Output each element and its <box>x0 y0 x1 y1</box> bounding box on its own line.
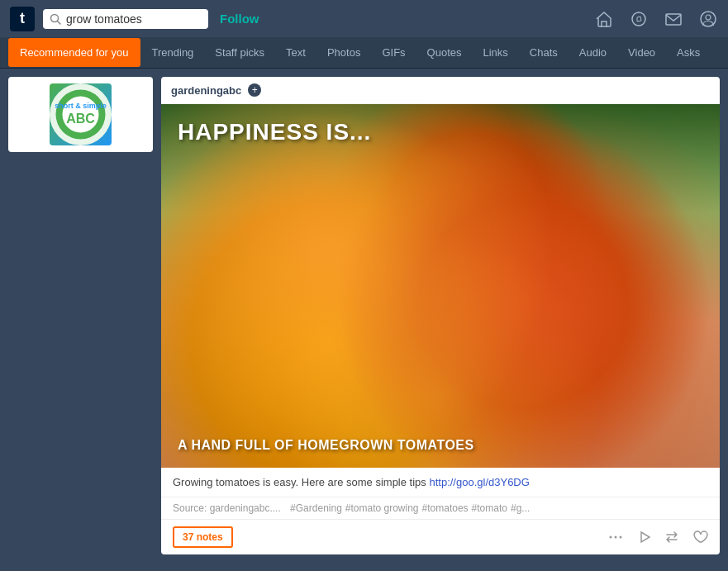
description-text: Growing tomatoes is easy. Here are some … <box>173 476 426 488</box>
footer-actions <box>607 529 708 545</box>
nav-item-recommended[interactable]: Recommended for you <box>8 38 140 67</box>
header: t Follow <box>0 0 728 37</box>
post-follow-icon[interactable]: + <box>248 83 261 97</box>
image-overlay <box>161 104 720 468</box>
post-header: gardeningabc + <box>161 77 720 104</box>
post-tags: Source: gardeningabc.... #Gardening #tom… <box>161 497 720 520</box>
tag-tomatoes[interactable]: #tomatoes <box>422 502 469 514</box>
svg-rect-4 <box>666 14 681 25</box>
tag-more: #g... <box>511 502 530 514</box>
navbar: Recommended for you Trending Staff picks… <box>0 37 728 69</box>
search-icon <box>50 13 61 25</box>
svg-marker-3 <box>637 17 641 21</box>
main-content: short & simple ABC gardeningabc + HAPPIN… <box>0 69 728 563</box>
post-image-text-bottom: A HAND FULL OF HOMEGROWN TOMATOES <box>161 431 720 468</box>
mail-icon[interactable] <box>664 9 683 29</box>
post-author[interactable]: gardeningabc <box>171 84 241 97</box>
tag-tomato-growing[interactable]: #tomato growing <box>345 502 419 514</box>
tag-tomato[interactable]: #tomato <box>472 502 507 514</box>
user-icon[interactable] <box>698 9 718 29</box>
reblog-icon[interactable] <box>664 529 680 545</box>
tag-gardening[interactable]: #Gardening <box>290 502 342 514</box>
nav-item-asks[interactable]: Asks <box>667 40 710 65</box>
ellipsis-icon[interactable] <box>607 529 624 545</box>
nav-item-gifs[interactable]: GIFs <box>372 40 415 65</box>
post-card: gardeningabc + HAPPINESS IS... A HAND FU… <box>161 77 720 554</box>
header-icons <box>594 9 718 29</box>
svg-point-6 <box>706 15 711 20</box>
svg-line-1 <box>58 21 61 24</box>
nav-item-links[interactable]: Links <box>473 40 518 65</box>
description-link[interactable]: http://goo.gl/d3Y6DG <box>429 476 529 488</box>
svg-point-13 <box>615 536 617 539</box>
nav-item-photos[interactable]: Photos <box>317 40 370 65</box>
post-source: Source: gardeningabc.... <box>173 502 281 514</box>
svg-point-2 <box>632 12 645 26</box>
share-icon[interactable] <box>635 529 652 545</box>
nav-item-video[interactable]: Video <box>618 40 665 65</box>
svg-text:short & simple: short & simple <box>55 102 107 110</box>
nav-item-staff-picks[interactable]: Staff picks <box>205 40 274 65</box>
post-description: Growing tomatoes is easy. Here are some … <box>161 468 720 497</box>
notes-button[interactable]: 37 notes <box>173 526 233 548</box>
posts-area: gardeningabc + HAPPINESS IS... A HAND FU… <box>161 77 720 554</box>
svg-point-14 <box>620 536 622 539</box>
home-icon[interactable] <box>594 9 614 29</box>
nav-item-text[interactable]: Text <box>276 40 316 65</box>
search-bar <box>43 9 208 29</box>
logo[interactable]: t <box>10 7 35 31</box>
follow-button[interactable]: Follow <box>220 12 259 26</box>
nav-item-quotes[interactable]: Quotes <box>417 40 472 65</box>
nav-item-chats[interactable]: Chats <box>520 40 568 65</box>
avatar: short & simple ABC <box>50 83 112 145</box>
nav-item-audio[interactable]: Audio <box>569 40 616 65</box>
sidebar: short & simple ABC <box>8 77 153 554</box>
post-image-text-top: HAPPINESS IS... <box>161 104 720 152</box>
heart-icon[interactable] <box>692 529 708 545</box>
svg-marker-15 <box>641 532 649 542</box>
nav-item-trending[interactable]: Trending <box>142 40 204 65</box>
post-footer: 37 notes <box>161 520 720 554</box>
search-input[interactable] <box>66 12 202 26</box>
svg-point-12 <box>610 536 612 539</box>
post-image: HAPPINESS IS... A HAND FULL OF HOMEGROWN… <box>161 104 720 468</box>
avatar-card: short & simple ABC <box>8 77 153 152</box>
svg-text:ABC: ABC <box>66 112 95 126</box>
compass-icon[interactable] <box>629 9 649 29</box>
